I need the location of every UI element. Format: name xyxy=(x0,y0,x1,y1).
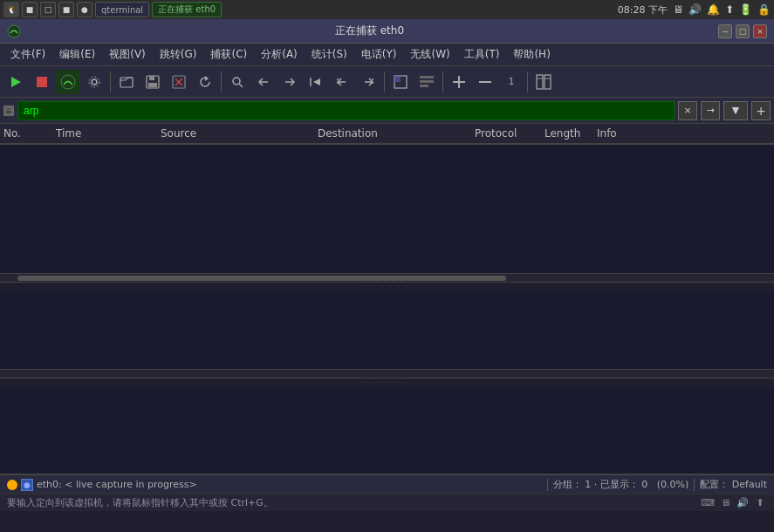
save-button[interactable] xyxy=(140,70,165,94)
minimize-button[interactable]: − xyxy=(718,24,732,38)
colorize-button[interactable] xyxy=(388,70,413,94)
display-icon: 🖥 xyxy=(673,3,683,16)
zoom-reset-button[interactable]: 1 xyxy=(499,70,524,94)
zoom-out-button[interactable] xyxy=(473,70,497,94)
pane-resize-handle-2[interactable]: · · · · · · xyxy=(0,379,774,387)
menu-edit[interactable]: 编辑(E) xyxy=(52,44,102,65)
filter-add-button[interactable]: + xyxy=(751,101,771,120)
jump-prev-button[interactable] xyxy=(330,70,354,94)
start-capture-button[interactable] xyxy=(3,70,28,94)
col-header-no[interactable]: No. xyxy=(3,127,56,140)
pane-resize-handle-1[interactable]: · · · · · · xyxy=(0,283,774,291)
columns-button[interactable] xyxy=(531,70,556,94)
close-button[interactable]: × xyxy=(753,24,767,38)
separator-2 xyxy=(221,72,222,92)
autoscroll-button[interactable] xyxy=(414,70,439,94)
reload-button[interactable] xyxy=(193,70,217,94)
wireshark-taskbar[interactable]: 正在捕获 eth0 xyxy=(152,2,222,17)
hscrollbar-thumb[interactable] xyxy=(17,276,506,281)
menu-bar: 文件(F) 编辑(E) 视图(V) 跳转(G) 捕获(C) 分析(A) 统计(S… xyxy=(0,44,774,66)
jump-next-button[interactable] xyxy=(356,70,380,94)
menu-help[interactable]: 帮助(H) xyxy=(506,44,557,65)
jump-start-button[interactable] xyxy=(304,70,328,94)
separator-3 xyxy=(384,72,385,92)
system-bar: 🐧 ■ □ ■ ● qterminal 正在捕获 eth0 08:28 下午 🖥… xyxy=(0,0,774,19)
menu-telephone[interactable]: 电话(Y) xyxy=(354,44,404,65)
menu-stats[interactable]: 统计(S) xyxy=(305,44,354,65)
filter-dropdown-button[interactable]: ▼ xyxy=(723,101,748,120)
volume-icon[interactable]: 🔊 xyxy=(688,3,702,16)
find-button[interactable] xyxy=(225,70,250,94)
packet-list xyxy=(0,145,774,274)
window-title: 正在捕获 eth0 xyxy=(21,24,718,38)
menu-capture[interactable]: 捕获(C) xyxy=(203,44,254,65)
capture-status-text: eth0: < live capture in progress> xyxy=(37,479,542,490)
penguin-icon[interactable]: 🐧 xyxy=(3,2,19,17)
col-header-protocol[interactable]: Protocol xyxy=(475,127,545,140)
hint-icon-1: ⌨ xyxy=(701,496,715,510)
go-forward-button[interactable] xyxy=(277,70,302,94)
hint-icon-4: ⬆ xyxy=(753,496,767,510)
go-back-button[interactable] xyxy=(251,70,276,94)
clock: 08:28 下午 xyxy=(618,3,668,17)
qterminal-taskbar[interactable]: qterminal xyxy=(95,2,149,17)
packet-list-hscroll[interactable] xyxy=(0,274,774,283)
system-bar-right: 08:28 下午 🖥 🔊 🔔 ⬆ 🔋 🔒 xyxy=(618,3,771,17)
filter-clear-button[interactable]: × xyxy=(678,101,697,120)
separator-5 xyxy=(527,72,528,92)
group-count-text: 分组： 1 · 已显示： 0 (0.0%) xyxy=(553,478,689,491)
svg-rect-9 xyxy=(148,83,157,87)
filter-input[interactable] xyxy=(17,101,675,120)
col-header-destination[interactable]: Destination xyxy=(318,127,475,140)
svg-rect-31 xyxy=(537,75,543,89)
filter-apply-button[interactable]: → xyxy=(701,101,720,120)
network-icon[interactable]: ⬆ xyxy=(725,3,734,16)
menu-analyze[interactable]: 分析(A) xyxy=(254,44,305,65)
capture-live-text: < live capture in progress> xyxy=(65,479,196,490)
menu-go[interactable]: 跳转(G) xyxy=(153,44,204,65)
capture-options-button[interactable] xyxy=(82,70,106,94)
menu-view[interactable]: 视图(V) xyxy=(102,44,153,65)
filter-bar: × → ▼ + xyxy=(0,98,774,124)
taskbar-icon-3[interactable]: ■ xyxy=(58,2,74,17)
close-file-button[interactable] xyxy=(167,70,191,94)
battery-icon[interactable]: 🔋 xyxy=(739,3,752,16)
toolbar: 1 xyxy=(0,66,774,98)
hint-bar-right: ⌨ 🖥 🔊 ⬆ xyxy=(701,496,767,510)
taskbar-icon-1[interactable]: ■ xyxy=(22,2,38,17)
zoom-in-button[interactable] xyxy=(447,70,471,94)
svg-rect-27 xyxy=(420,85,428,87)
menu-file[interactable]: 文件(F) xyxy=(3,44,52,65)
hint-bar: 要输入定向到该虚拟机，请将鼠标指针移入其中或按 Ctrl+G。 ⌨ 🖥 🔊 ⬆ xyxy=(0,494,774,511)
svg-point-5 xyxy=(89,77,99,87)
capture-indicator xyxy=(7,480,17,490)
stop-capture-button[interactable] xyxy=(30,70,54,94)
detail-pane-hscroll[interactable] xyxy=(0,370,774,379)
svg-rect-30 xyxy=(479,81,491,83)
taskbar-icon-4[interactable]: ● xyxy=(77,2,92,17)
svg-rect-29 xyxy=(458,76,460,88)
menu-wireless[interactable]: 无线(W) xyxy=(403,44,456,65)
col-header-info[interactable]: Info xyxy=(597,127,771,140)
svg-rect-24 xyxy=(394,76,401,82)
svg-point-14 xyxy=(233,78,240,85)
separator-4 xyxy=(442,72,443,92)
separator-1 xyxy=(110,72,111,92)
svg-rect-32 xyxy=(545,75,551,89)
maximize-button[interactable]: □ xyxy=(736,24,750,38)
col-header-time[interactable]: Time xyxy=(56,127,161,140)
status-divider-2 xyxy=(694,479,695,491)
col-header-source[interactable]: Source xyxy=(161,127,318,140)
menu-tools[interactable]: 工具(T) xyxy=(457,44,507,65)
notification-icon[interactable]: 🔔 xyxy=(707,3,720,16)
open-button[interactable] xyxy=(114,70,139,94)
window-controls: − □ × xyxy=(718,24,767,38)
col-header-length[interactable]: Length xyxy=(545,127,597,140)
packet-detail-pane xyxy=(0,291,774,370)
lock-icon[interactable]: 🔒 xyxy=(757,3,771,16)
config-text: 配置： Default xyxy=(700,478,767,491)
svg-line-15 xyxy=(239,84,243,87)
taskbar-icon-2[interactable]: □ xyxy=(40,2,56,17)
restart-capture-button[interactable] xyxy=(56,70,80,94)
title-bar: 正在捕获 eth0 − □ × xyxy=(0,19,774,44)
